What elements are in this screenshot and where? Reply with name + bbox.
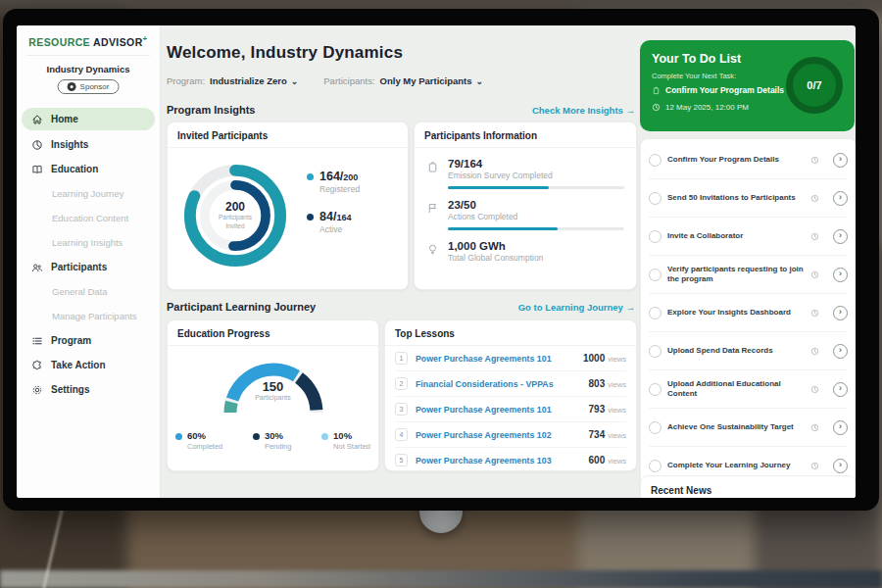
page-title: Welcome, Industry Dynamics: [167, 43, 403, 63]
task-checkbox[interactable]: [649, 307, 662, 319]
logo-resource: RESOURCE: [28, 36, 90, 48]
go-to-learning-journey-link[interactable]: Go to Learning Journey →: [518, 302, 635, 313]
task-checkbox[interactable]: [649, 230, 662, 243]
gauge-legend: 60%Completed 30%Pending 10%Not Started: [175, 430, 370, 451]
sidebar-item-program[interactable]: Program: [17, 328, 160, 353]
progress-fill: [448, 227, 558, 230]
task-checkbox[interactable]: [649, 269, 662, 281]
info-row: 1,000 GWh Total Global Consumption: [426, 240, 624, 263]
settings-icon: [31, 384, 43, 396]
task-open-button[interactable]: ›: [833, 382, 848, 397]
task-open-button[interactable]: ›: [833, 229, 848, 244]
lesson-link[interactable]: Power Purchase Agreements 101: [416, 405, 589, 415]
lesson-row: 5Power Purchase Agreements 103600views: [395, 448, 626, 472]
task-open-button[interactable]: ›: [833, 268, 848, 282]
sidebar-item-insights[interactable]: Insights: [17, 132, 160, 157]
sidebar-item-education-content[interactable]: Education Content: [17, 206, 160, 230]
sponsor-badge[interactable]: Sponsor: [58, 79, 120, 94]
legend-item: 84/164 Active: [307, 210, 360, 234]
chevron-right-icon: ›: [839, 422, 842, 431]
divider: [26, 55, 150, 56]
task-checkbox[interactable]: [649, 192, 662, 205]
participants-information-card: Participants Information 79/164 Emission…: [414, 122, 637, 290]
task-open-button[interactable]: ›: [833, 420, 848, 435]
task-open-button[interactable]: ›: [833, 306, 848, 320]
todo-next-task[interactable]: Confirm Your Program Details: [652, 85, 784, 95]
todo-summary-card: Your To Do List Complete Your Next Task:…: [640, 40, 855, 131]
task-checkbox[interactable]: [649, 345, 662, 358]
clipboard-icon: [652, 86, 661, 95]
chevron-down-icon: ⌄: [291, 76, 299, 86]
task-open-button[interactable]: ›: [833, 344, 848, 359]
task-row: Achieve One Sustainability Target›: [649, 409, 848, 447]
sidebar-item-take-action[interactable]: Take Action: [17, 353, 160, 377]
filter-bar: Program:Industrialize Zero⌄ Participants…: [167, 75, 483, 86]
todo-title: Your To Do List: [652, 52, 741, 66]
sidebar-item-settings[interactable]: Settings: [17, 377, 160, 402]
dashboard-screen: RESOURCE ADVISOR+ Industry Dynamics Spon…: [17, 25, 856, 498]
sidebar-item-general-data[interactable]: General Data: [17, 279, 160, 304]
task-row: Explore Your Insights Dashboard›: [649, 294, 848, 332]
main-content: Welcome, Industry Dynamics Program:Indus…: [167, 25, 635, 498]
clock-icon: [810, 385, 819, 394]
progress-track: [448, 227, 624, 230]
sidebar-item-manage-participants[interactable]: Manage Participants: [17, 304, 160, 328]
task-checkbox[interactable]: [649, 460, 662, 472]
check-more-insights-link[interactable]: Check More Insights →: [532, 105, 635, 116]
task-open-button[interactable]: ›: [833, 153, 848, 168]
task-open-button[interactable]: ›: [833, 191, 848, 206]
program-icon: [31, 335, 43, 347]
chevron-right-icon: ›: [839, 155, 842, 164]
actions-icon: [426, 202, 439, 215]
clock-icon: [810, 309, 819, 318]
sidebar-item-participants[interactable]: Participants: [17, 255, 160, 279]
legend-item: 10%Not Started: [321, 430, 370, 451]
rank-badge: 5: [395, 454, 408, 466]
info-row: 79/164 Emission Survey Completed: [426, 158, 624, 189]
task-checkbox[interactable]: [649, 383, 662, 396]
program-filter[interactable]: Program:Industrialize Zero⌄: [167, 75, 298, 86]
clock-icon: [652, 103, 661, 112]
lesson-link[interactable]: Power Purchase Agreements 101: [416, 354, 583, 364]
chevron-right-icon: ›: [839, 231, 842, 240]
invited-total: 200: [225, 200, 245, 214]
card-title: Top Lessons: [385, 320, 636, 346]
sponsor-label: Sponsor: [80, 82, 110, 91]
consumption-icon: [426, 243, 439, 256]
lesson-link[interactable]: Power Purchase Agreements 102: [416, 430, 589, 440]
sidebar-item-learning-journey[interactable]: Learning Journey: [17, 181, 160, 206]
lesson-link[interactable]: Financial Considerations - VPPAs: [416, 379, 589, 389]
chevron-right-icon: ›: [839, 193, 842, 202]
rank-badge: 2: [395, 377, 408, 390]
sidebar-item-home[interactable]: Home: [22, 108, 155, 130]
lesson-link[interactable]: Power Purchase Agreements 103: [416, 456, 589, 466]
learning-journey-header: Participant Learning Journey Go to Learn…: [167, 301, 635, 313]
rank-badge: 1: [395, 352, 408, 365]
education-gauge-chart: 150 Participants: [215, 354, 332, 418]
legend-item: 60%Completed: [175, 430, 222, 451]
card-title: Invited Participants: [168, 122, 408, 148]
participants-filter[interactable]: Participants:Only My Participants⌄: [323, 75, 483, 86]
sponsor-icon: [68, 82, 76, 91]
task-row: Send 50 Invitations to Participants›: [649, 179, 848, 218]
program-insights-header: Program Insights Check More Insights →: [167, 104, 635, 116]
recent-news-title: Recent News: [641, 476, 856, 498]
todo-progress-ring: 0/7: [786, 57, 843, 114]
task-checkbox[interactable]: [649, 154, 662, 167]
monitor-bezel: RESOURCE ADVISOR+ Industry Dynamics Spon…: [3, 9, 879, 511]
clock-icon: [810, 270, 819, 279]
task-row: Invite a Collaborator›: [649, 218, 848, 256]
sidebar-item-learning-insights[interactable]: Learning Insights: [17, 230, 160, 255]
chevron-right-icon: ›: [839, 384, 842, 393]
rank-badge: 3: [395, 403, 408, 416]
sidebar: RESOURCE ADVISOR+ Industry Dynamics Spon…: [17, 25, 161, 498]
logo-plus: +: [143, 34, 148, 43]
invited-participants-card: Invited Participants 200 ParticipantsInv…: [167, 122, 409, 290]
task-open-button[interactable]: ›: [833, 459, 848, 473]
task-checkbox[interactable]: [649, 421, 662, 434]
rank-badge: 4: [395, 428, 408, 441]
education-icon: [31, 164, 43, 175]
sidebar-item-education[interactable]: Education: [17, 157, 160, 181]
lesson-row: 4Power Purchase Agreements 102734views: [395, 422, 626, 448]
not-started-dot: [321, 433, 328, 440]
